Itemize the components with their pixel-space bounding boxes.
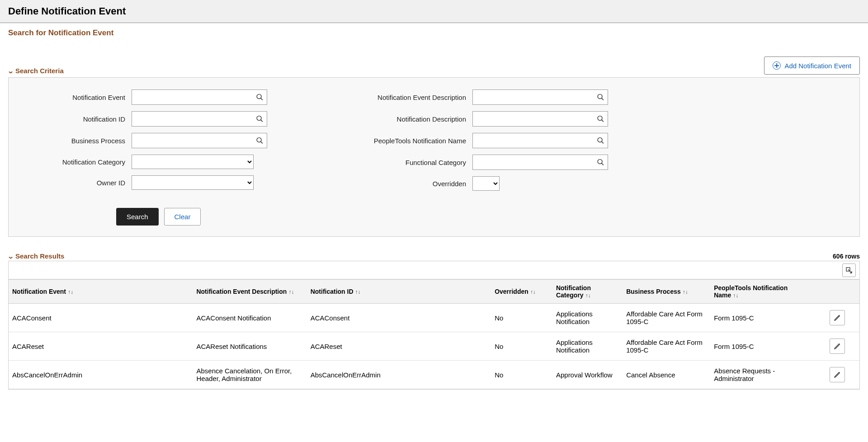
cell-desc: ACAReset Notifications bbox=[193, 332, 307, 361]
svg-point-4 bbox=[257, 138, 261, 142]
cell-id: ACAConsent bbox=[307, 304, 491, 332]
edit-row-button[interactable] bbox=[830, 367, 845, 382]
svg-line-9 bbox=[602, 120, 604, 122]
lookup-icon[interactable] bbox=[256, 94, 264, 101]
field-label: PeopleTools Notification Name bbox=[330, 137, 466, 145]
chevron-down-icon: ⌄ bbox=[7, 253, 14, 260]
sort-icon[interactable]: ↑↓ bbox=[585, 292, 591, 299]
svg-line-3 bbox=[261, 120, 263, 122]
cell-cat: Applications Notification bbox=[552, 332, 623, 361]
cell-bp: Affordable Care Act Form 1095-C bbox=[623, 332, 710, 361]
search-criteria-heading: Search Criteria bbox=[15, 67, 64, 75]
lookup-icon[interactable] bbox=[597, 115, 604, 123]
field-label: Notification ID bbox=[17, 115, 125, 123]
svg-point-12 bbox=[598, 160, 602, 164]
cell-desc: Absence Cancelation, On Error, Header, A… bbox=[193, 361, 307, 389]
cell-pt: Absence Requests - Administrator bbox=[710, 361, 816, 389]
column-label: Business Process bbox=[626, 288, 681, 295]
notification-id-input[interactable] bbox=[132, 111, 267, 127]
notification-category-select[interactable] bbox=[132, 155, 254, 169]
rows-count: 606 rows bbox=[833, 253, 860, 260]
column-header[interactable]: Notification Event Description↑↓ bbox=[193, 280, 307, 304]
cell-over: No bbox=[491, 304, 552, 332]
svg-line-5 bbox=[261, 141, 263, 143]
sort-icon[interactable]: ↑↓ bbox=[288, 289, 294, 295]
lookup-icon[interactable] bbox=[597, 159, 604, 166]
chevron-down-icon: ⌄ bbox=[7, 67, 14, 75]
field-label: Overridden bbox=[330, 180, 466, 188]
page-header: Define Notification Event bbox=[0, 0, 868, 23]
field-label: Notification Description bbox=[330, 115, 466, 123]
functional-category-input[interactable] bbox=[472, 155, 608, 170]
cell-over: No bbox=[491, 332, 552, 361]
column-header[interactable]: Notification Category↑↓ bbox=[552, 280, 623, 304]
svg-point-0 bbox=[257, 94, 261, 99]
column-header[interactable]: Notification Event↑↓ bbox=[9, 280, 193, 304]
notification-event-description-input[interactable] bbox=[472, 89, 608, 105]
edit-row-button[interactable] bbox=[830, 339, 845, 354]
column-label: Overridden bbox=[495, 288, 528, 295]
column-header[interactable]: Business Process↑↓ bbox=[623, 280, 710, 304]
search-results-heading: Search Results bbox=[15, 252, 64, 260]
column-header[interactable]: Overridden↑↓ bbox=[491, 280, 552, 304]
field-label: Notification Event bbox=[17, 94, 125, 101]
column-label: PeopleTools Notification Name bbox=[714, 284, 788, 299]
svg-line-11 bbox=[602, 141, 604, 143]
column-label: Notification ID bbox=[311, 288, 354, 295]
results-grid: Notification Event↑↓Notification Event D… bbox=[8, 261, 860, 390]
search-criteria-panel: Notification EventNotification IDBusines… bbox=[8, 77, 860, 237]
svg-line-13 bbox=[602, 163, 604, 165]
search-button[interactable]: Search bbox=[116, 208, 159, 226]
cell-cat: Approval Workflow bbox=[552, 361, 623, 389]
search-results-collapser[interactable]: ⌄ Search Results bbox=[8, 252, 64, 260]
cell-id: AbsCancelOnErrAdmin bbox=[307, 361, 491, 389]
field-label: Notification Category bbox=[17, 158, 125, 166]
sort-icon[interactable]: ↑↓ bbox=[733, 292, 738, 299]
column-label: Notification Event Description bbox=[196, 288, 287, 295]
cell-cat: Applications Notification bbox=[552, 304, 623, 332]
sort-icon[interactable]: ↑↓ bbox=[530, 289, 536, 295]
sort-icon[interactable]: ↑↓ bbox=[355, 289, 361, 295]
column-header[interactable]: Notification ID↑↓ bbox=[307, 280, 491, 304]
peopletools-notification-name-input[interactable] bbox=[472, 133, 608, 148]
lookup-icon[interactable] bbox=[256, 115, 264, 123]
lookup-icon[interactable] bbox=[597, 137, 604, 145]
lookup-icon[interactable] bbox=[597, 94, 604, 101]
svg-point-6 bbox=[598, 94, 602, 99]
field-label: Notification Event Description bbox=[330, 94, 466, 101]
field-label: Functional Category bbox=[330, 159, 466, 166]
sort-icon[interactable]: ↑↓ bbox=[683, 289, 688, 295]
add-button-label: Add Notification Event bbox=[784, 62, 851, 70]
table-row: ACAResetACAReset NotificationsACAResetNo… bbox=[9, 332, 859, 361]
svg-point-10 bbox=[598, 138, 602, 142]
svg-line-7 bbox=[602, 98, 604, 100]
svg-line-1 bbox=[261, 98, 263, 100]
table-row: AbsCancelOnErrAdminAbsence Cancelation, … bbox=[9, 361, 859, 389]
owner-id-select[interactable] bbox=[132, 175, 254, 190]
page-subtitle: Search for Notification Event bbox=[8, 28, 860, 38]
overridden-select[interactable] bbox=[472, 176, 500, 191]
column-header[interactable]: PeopleTools Notification Name↑↓ bbox=[710, 280, 816, 304]
add-notification-event-button[interactable]: Add Notification Event bbox=[764, 56, 860, 75]
notification-event-input[interactable] bbox=[132, 89, 267, 105]
field-label: Business Process bbox=[17, 137, 125, 145]
clear-button[interactable]: Clear bbox=[164, 208, 201, 226]
edit-row-button[interactable] bbox=[830, 310, 845, 325]
cell-pt: Form 1095-C bbox=[710, 304, 816, 332]
business-process-input[interactable] bbox=[132, 133, 267, 148]
notification-description-input[interactable] bbox=[472, 111, 608, 127]
cell-bp: Affordable Care Act Form 1095-C bbox=[623, 304, 710, 332]
sort-icon[interactable]: ↑↓ bbox=[68, 289, 73, 295]
column-label: Notification Event bbox=[12, 288, 66, 295]
svg-point-8 bbox=[598, 116, 602, 121]
cell-id: ACAReset bbox=[307, 332, 491, 361]
plus-circle-icon bbox=[773, 61, 781, 70]
svg-point-2 bbox=[257, 116, 261, 121]
cell-desc: ACAConsent Notification bbox=[193, 304, 307, 332]
cell-pt: Form 1095-C bbox=[710, 332, 816, 361]
table-row: ACAConsentACAConsent NotificationACACons… bbox=[9, 304, 859, 332]
cell-event: ACAConsent bbox=[9, 304, 193, 332]
lookup-icon[interactable] bbox=[256, 137, 264, 145]
search-criteria-collapser[interactable]: ⌄ Search Criteria bbox=[8, 67, 64, 75]
grid-settings-button[interactable] bbox=[842, 263, 856, 277]
